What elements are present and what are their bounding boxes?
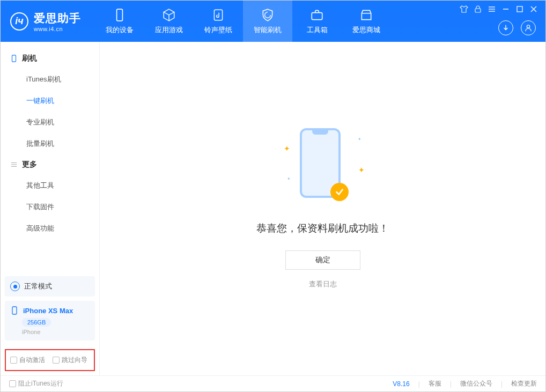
maximize-icon[interactable] (515, 5, 524, 13)
checkbox-icon (53, 357, 60, 364)
success-message: 恭喜您，保资料刷机成功啦！ (256, 221, 389, 235)
view-log-link[interactable]: 查看日志 (309, 279, 337, 289)
tab-my-device[interactable]: 我的设备 (95, 1, 144, 42)
window-controls (460, 5, 538, 13)
highlighted-options-box: 自动激活 跳过向导 (5, 349, 95, 371)
checkbox-auto-activate[interactable]: 自动激活 (10, 356, 45, 365)
tab-label: 爱思商城 (352, 25, 380, 35)
sidebar-item-itunes-flash[interactable]: iTunes刷机 (1, 69, 99, 90)
sidebar-group-more: 更多 (1, 154, 99, 175)
footer-link-wechat[interactable]: 微信公众号 (460, 379, 492, 388)
checkbox-icon (9, 380, 16, 387)
checkbox-label: 阻止iTunes运行 (18, 379, 63, 388)
device-mode-status[interactable]: 正常模式 (5, 276, 95, 297)
download-icon (502, 24, 510, 32)
sidebar-item-batch-flash[interactable]: 批量刷机 (1, 133, 99, 154)
svg-rect-1 (214, 10, 222, 20)
version-label: V8.16 (393, 380, 409, 388)
group-title: 更多 (22, 160, 37, 169)
checkbox-skip-guide[interactable]: 跳过向导 (53, 356, 87, 365)
sidebar-item-pro-flash[interactable]: 专业刷机 (1, 112, 99, 133)
sparkle-icon: ✦ (287, 176, 291, 181)
app-header: iч 爱思助手 www.i4.cn 我的设备 应用游戏 铃声壁纸 智能刷机 工具… (1, 1, 545, 42)
phone-outline-icon (10, 306, 19, 315)
svg-rect-4 (517, 6, 522, 12)
main-tabs: 我的设备 应用游戏 铃声壁纸 智能刷机 工具箱 爱思商城 (95, 1, 391, 42)
cube-icon (162, 8, 176, 22)
device-card[interactable]: iPhone XS Max 256GB iPhone (5, 301, 95, 341)
device-type: iPhone (22, 329, 90, 335)
status-label: 正常模式 (24, 282, 52, 291)
checkbox-block-itunes[interactable]: 阻止iTunes运行 (9, 379, 63, 388)
logo-icon: iч (10, 12, 28, 31)
svg-rect-0 (117, 9, 123, 21)
checkmark-badge-icon (330, 183, 349, 201)
footer-link-support[interactable]: 客服 (429, 379, 441, 388)
phone-icon (10, 55, 18, 62)
tab-label: 我的设备 (106, 25, 134, 35)
device-storage-badge: 256GB (22, 318, 51, 327)
header-action-circles (498, 20, 536, 35)
svg-rect-2 (312, 12, 322, 19)
main-content: ✦ ✦ ✦ ✦ 恭喜您，保资料刷机成功啦！ 确定 查看日志 (100, 42, 545, 375)
sidebar-group-flash: 刷机 (1, 48, 99, 69)
tab-apps-games[interactable]: 应用游戏 (144, 1, 194, 42)
checkbox-icon (10, 357, 17, 364)
sparkle-icon: ✦ (358, 137, 361, 142)
sidebar-item-oneclick-flash[interactable]: 一键刷机 (1, 90, 99, 112)
tab-label: 智能刷机 (254, 25, 282, 35)
sparkle-icon: ✦ (284, 144, 290, 153)
sidebar-item-other-tools[interactable]: 其他工具 (1, 175, 99, 196)
svg-rect-6 (12, 55, 16, 62)
sidebar-item-advanced[interactable]: 高级功能 (1, 218, 99, 239)
footer-link-check-update[interactable]: 检查更新 (511, 379, 537, 388)
separator: | (501, 380, 503, 388)
download-button[interactable] (498, 20, 513, 35)
status-dot-icon (10, 282, 20, 291)
separator: | (450, 380, 452, 388)
separator: | (418, 380, 420, 388)
device-icon (113, 8, 127, 22)
shield-icon (261, 8, 275, 22)
group-title: 刷机 (22, 54, 37, 63)
tab-ringtones-wallpapers[interactable]: 铃声壁纸 (194, 1, 243, 42)
sidebar: 刷机 iTunes刷机 一键刷机 专业刷机 批量刷机 更多 其他工具 下载固件 … (1, 42, 100, 375)
tab-toolbox[interactable]: 工具箱 (292, 1, 342, 42)
toolbox-icon (310, 8, 324, 22)
shirt-icon[interactable] (460, 5, 468, 13)
svg-rect-7 (12, 307, 17, 314)
svg-rect-3 (475, 9, 481, 12)
menu-icon[interactable] (488, 5, 496, 13)
user-icon (525, 24, 532, 32)
success-illustration: ✦ ✦ ✦ ✦ (300, 128, 345, 203)
user-button[interactable] (521, 20, 536, 35)
app-logo: iч 爱思助手 www.i4.cn (1, 1, 91, 42)
sidebar-item-download-firmware[interactable]: 下载固件 (1, 196, 99, 218)
checkbox-label: 自动激活 (19, 356, 45, 365)
tab-store[interactable]: 爱思商城 (342, 1, 391, 42)
tab-label: 应用游戏 (155, 25, 183, 35)
music-file-icon (211, 8, 225, 22)
app-title: 爱思助手 (34, 11, 81, 26)
tab-smart-flash[interactable]: 智能刷机 (243, 1, 292, 42)
list-icon (10, 161, 18, 168)
svg-point-5 (527, 25, 529, 28)
ok-button[interactable]: 确定 (285, 250, 360, 270)
minimize-icon[interactable] (501, 5, 510, 13)
close-icon[interactable] (529, 5, 538, 13)
tab-label: 铃声壁纸 (204, 25, 232, 35)
app-subtitle: www.i4.cn (34, 26, 81, 32)
footer-bar: 阻止iTunes运行 V8.16 | 客服 | 微信公众号 | 检查更新 (1, 375, 545, 391)
tab-label: 工具箱 (307, 25, 328, 35)
device-name: iPhone XS Max (23, 307, 73, 315)
sparkle-icon: ✦ (358, 166, 365, 174)
store-icon (359, 8, 373, 22)
lock-icon[interactable] (474, 5, 482, 13)
checkbox-label: 跳过向导 (62, 356, 87, 365)
